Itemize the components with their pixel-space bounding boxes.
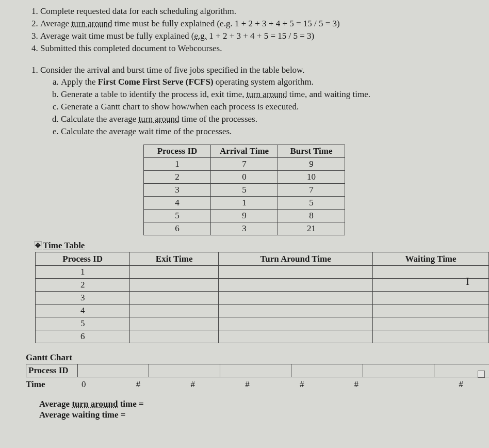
avg-waiting: Average waiting time =	[39, 410, 463, 420]
table-row: 3	[36, 292, 489, 305]
process-table: Process ID Arrival Time Burst Time 179 2…	[143, 145, 345, 235]
averages-block: Average turn around time = Average waiti…	[39, 399, 463, 420]
move-icon[interactable]: ✥	[34, 242, 42, 249]
question-sub-item: Calculate the average wait time of the p…	[61, 126, 463, 138]
time-val: #	[409, 379, 463, 390]
table-row: 4	[36, 305, 489, 317]
gantt-pid-label: Process ID	[26, 364, 78, 377]
question-sub-item: Generate a Gantt chart to show how/when …	[61, 101, 463, 113]
gantt-time-values: 0 # # # # # #	[82, 379, 463, 390]
table-row: 179	[144, 158, 345, 171]
table-row: 2010	[144, 171, 345, 184]
gantt-time-label: Time	[26, 379, 82, 390]
col-header: Exit Time	[130, 252, 219, 266]
instruction-item: Average wait time must be fully explaine…	[40, 30, 463, 42]
resize-handle-icon[interactable]	[478, 371, 485, 378]
question-sub-item: Generate a table to identify the process…	[61, 89, 463, 101]
time-val: #	[245, 379, 300, 390]
time-val: #	[354, 379, 409, 390]
question-intro: Consider the arrival and burst time of f…	[40, 65, 305, 75]
time-val: #	[300, 379, 354, 390]
gantt-table: Process ID	[26, 364, 489, 377]
question-item: Consider the arrival and burst time of f…	[40, 65, 463, 138]
table-row: 1	[36, 266, 489, 279]
col-header: Burst Time	[278, 145, 345, 158]
time-val: 0	[82, 379, 136, 390]
avg-turnaround: Average turn around time =	[39, 399, 463, 409]
instruction-item: Submitted this completed document to Web…	[40, 43, 463, 55]
table-row: 415	[144, 197, 345, 210]
col-header: Waiting Time	[373, 252, 489, 266]
question-sublist: Apply the First Come First Serve (FCFS) …	[40, 76, 463, 138]
table-row: 2	[36, 279, 489, 292]
question-list: Consider the arrival and burst time of f…	[25, 65, 463, 138]
page-content: Complete requested data for each schedul…	[0, 0, 489, 431]
col-header: Process ID	[144, 145, 211, 158]
gantt-pid-row: Process ID	[26, 364, 490, 377]
instruction-item: Average turn around time must be fully e…	[40, 18, 463, 30]
table-row: 6321	[144, 222, 345, 235]
table-header-row: Process ID Arrival Time Burst Time	[144, 145, 345, 158]
question-sub-item: Calculate the average turn around time o…	[61, 114, 463, 125]
time-table: Process ID Exit Time Turn Around Time Wa…	[35, 252, 489, 343]
time-table-heading: ✥Time Table	[34, 241, 463, 251]
table-row: 598	[144, 210, 345, 222]
question-sub-item: Apply the First Come First Serve (FCFS) …	[61, 76, 463, 88]
table-header-row: Process ID Exit Time Turn Around Time Wa…	[36, 252, 489, 266]
col-header: Turn Around Time	[219, 252, 373, 266]
instruction-item: Complete requested data for each schedul…	[40, 6, 463, 18]
time-val: #	[190, 379, 245, 390]
time-val: #	[136, 379, 191, 390]
gantt-time-row: Time 0 # # # # # #	[26, 379, 463, 390]
text-cursor-icon: I	[466, 275, 469, 288]
gantt-heading: Gantt Chart	[26, 353, 463, 363]
table-row: 5	[36, 317, 489, 330]
col-header: Process ID	[36, 252, 130, 266]
col-header: Arrival Time	[211, 145, 278, 158]
table-row: 6	[36, 330, 489, 343]
instructions-list: Complete requested data for each schedul…	[25, 6, 463, 55]
table-row: 357	[144, 184, 345, 197]
